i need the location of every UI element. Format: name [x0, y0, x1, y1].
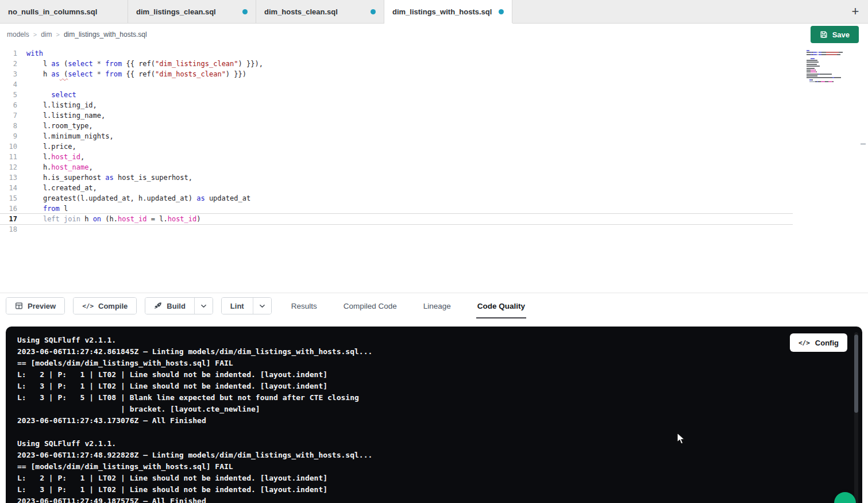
code-line[interactable]: 12 h.host_name,	[0, 162, 793, 172]
dbt-ide-window: no_nulls_in_columns.sqldim_listings_clea…	[0, 0, 868, 503]
editor-tab-bar: no_nulls_in_columns.sqldim_listings_clea…	[0, 0, 868, 24]
code-line[interactable]: 4	[0, 79, 793, 90]
terminal-scrollbar-thumb[interactable]	[854, 335, 858, 413]
overview-ruler-mark	[861, 143, 866, 145]
line-number: 14	[0, 183, 17, 193]
code-editor[interactable]: 1with2 l as (select * from {{ ref("dim_l…	[0, 45, 868, 293]
toolbar-actions: Preview</>CompileBuildLint	[6, 297, 272, 314]
code-text: l.host_id,	[26, 152, 84, 162]
breadcrumb-separator: >	[33, 31, 37, 38]
line-number: 10	[0, 141, 17, 152]
code-line[interactable]: 18	[0, 224, 793, 235]
minimap-line	[807, 56, 843, 57]
code-line[interactable]: 10 l.price,	[0, 141, 793, 152]
preview-button[interactable]: Preview	[6, 298, 64, 314]
terminal-scrollbar[interactable]	[854, 332, 858, 503]
line-number: 2	[0, 59, 17, 69]
build-button-group: Build	[145, 297, 213, 314]
panel-tab-compiled-code[interactable]: Compiled Code	[342, 293, 398, 318]
editor-toolbar: Preview</>CompileBuildLint ResultsCompil…	[0, 293, 868, 318]
lint-button-label: Lint	[230, 302, 244, 310]
config-button[interactable]: </> Config	[790, 333, 847, 352]
lint-button[interactable]: Lint	[222, 298, 253, 314]
code-text: l.listing_name,	[26, 110, 105, 121]
code-line[interactable]: 1with	[0, 48, 793, 59]
tab-label: dim_hosts_clean.sql	[264, 7, 338, 16]
breadcrumb-segment[interactable]: dim_listings_with_hosts.sql	[64, 30, 147, 39]
minimap-line	[807, 71, 843, 72]
lint-output-terminal[interactable]: Using SQLFluff v2.1.1.2023-06-06T11:27:4…	[6, 327, 862, 503]
terminal-line: == [models/dim/dim_listings_with_hosts.s…	[17, 358, 851, 369]
code-line[interactable]: 6 l.listing_id,	[0, 100, 793, 110]
editor-tab-no-nulls-in-columns-sql[interactable]: no_nulls_in_columns.sql	[0, 0, 128, 23]
code-text: l.created_at,	[26, 183, 97, 193]
save-icon	[820, 30, 828, 39]
minimap-line	[807, 83, 843, 85]
terminal-line: L: 2 | P: 1 | LT02 | Line should not be …	[17, 473, 851, 484]
editor-tab-dim-listings-clean-sql[interactable]: dim_listings_clean.sql	[128, 0, 256, 23]
line-number: 9	[0, 131, 17, 141]
editor-tab-dim-listings-with-hosts-sql[interactable]: dim_listings_with_hosts.sql	[384, 0, 512, 23]
code-line[interactable]: 7 l.listing_name,	[0, 110, 793, 121]
rocket-icon	[154, 302, 162, 310]
breadcrumb-segment[interactable]: models	[7, 30, 29, 39]
build-button[interactable]: Build	[145, 298, 194, 314]
code-line[interactable]: 14 l.created_at,	[0, 183, 793, 193]
code-text: h as (select * from {{ ref("dim_hosts_cl…	[26, 69, 246, 79]
line-number: 12	[0, 162, 17, 172]
code-line[interactable]: 11 l.host_id,	[0, 152, 793, 162]
code-text: left join h on (h.host_id = l.host_id)	[26, 214, 201, 224]
breadcrumb-bar: models>dim>dim_listings_with_hosts.sql S…	[0, 24, 868, 45]
panel-tab-lineage[interactable]: Lineage	[422, 293, 452, 318]
code-line[interactable]: 13 h.is_superhost as host_is_superhost,	[0, 172, 793, 183]
code-line[interactable]: 15 greatest(l.updated_at, h.updated_at) …	[0, 193, 793, 203]
build-dropdown-button[interactable]	[194, 298, 213, 314]
code-lines: 1with2 l as (select * from {{ ref("dim_l…	[0, 48, 868, 235]
minimap-line	[807, 77, 843, 78]
code-text: with	[26, 48, 43, 59]
build-button-label: Build	[167, 302, 186, 310]
code-icon: </>	[798, 339, 810, 347]
save-button-label: Save	[832, 30, 850, 39]
code-text: l.room_type,	[26, 121, 93, 131]
minimap[interactable]	[807, 50, 843, 85]
code-line[interactable]: 5 select	[0, 90, 793, 100]
terminal-line: == [models/dim/dim_listings_with_hosts.s…	[17, 461, 851, 473]
minimap-line	[807, 64, 843, 65]
code-line[interactable]: 9 l.minimum_nights,	[0, 131, 793, 141]
output-panel-area: Using SQLFluff v2.1.1.2023-06-06T11:27:4…	[0, 318, 868, 503]
unsaved-changes-dot	[371, 9, 376, 14]
compile-button-group: </>Compile	[73, 297, 137, 314]
terminal-line: L: 2 | P: 1 | LT02 | Line should not be …	[17, 369, 851, 381]
code-line[interactable]: 16 from l	[0, 203, 793, 214]
new-tab-button[interactable]: +	[843, 0, 868, 23]
code-line[interactable]: 17 left join h on (h.host_id = l.host_id…	[0, 214, 793, 224]
minimap-line	[807, 50, 843, 51]
line-number: 17	[0, 214, 17, 224]
save-button[interactable]: Save	[811, 26, 859, 43]
preview-button-label: Preview	[28, 302, 56, 310]
table-icon	[15, 302, 23, 310]
lint-dropdown-button[interactable]	[253, 298, 271, 314]
editor-tabs: no_nulls_in_columns.sqldim_listings_clea…	[0, 0, 512, 23]
terminal-line: L: 3 | P: 1 | LT02 | Line should not be …	[17, 484, 851, 496]
compile-button[interactable]: </>Compile	[74, 298, 136, 314]
code-line[interactable]: 2 l as (select * from {{ ref("dim_listin…	[0, 59, 793, 69]
terminal-line: Using SQLFluff v2.1.1.	[17, 335, 851, 346]
code-text: greatest(l.updated_at, h.updated_at) as …	[26, 193, 250, 203]
code-line[interactable]: 8 l.room_type,	[0, 121, 793, 131]
preview-button-group: Preview	[6, 297, 65, 314]
terminal-line: Using SQLFluff v2.1.1.	[17, 438, 851, 450]
minimap-line	[807, 52, 843, 53]
breadcrumb-segment[interactable]: dim	[41, 30, 52, 39]
editor-tab-dim-hosts-clean-sql[interactable]: dim_hosts_clean.sql	[256, 0, 384, 23]
code-line[interactable]: 3 h as (select * from {{ ref("dim_hosts_…	[0, 69, 793, 79]
panel-tab-results[interactable]: Results	[290, 293, 318, 318]
terminal-line	[17, 427, 851, 438]
minimap-line	[807, 70, 843, 71]
line-number: 18	[0, 224, 17, 235]
lint-button-group: Lint	[221, 297, 272, 314]
panel-tab-code-quality[interactable]: Code Quality	[476, 293, 526, 318]
code-text: l as (select * from {{ ref("dim_listings…	[26, 59, 263, 69]
line-number: 11	[0, 152, 17, 162]
